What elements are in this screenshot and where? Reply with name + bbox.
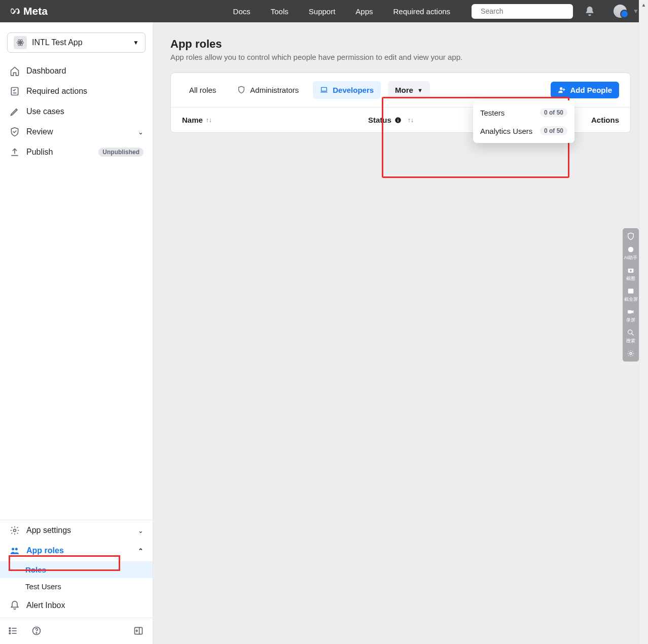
app-name: INTL Test App: [32, 38, 128, 47]
gear-icon: [9, 525, 20, 536]
dropdown-item-label: Analytics Users: [480, 127, 532, 135]
list-icon[interactable]: [8, 626, 19, 637]
float-tool-shield[interactable]: [627, 232, 635, 240]
search-box[interactable]: [472, 4, 573, 19]
dropdown-item-badge: 0 of 50: [540, 126, 567, 135]
info-icon: i: [394, 117, 402, 124]
float-tool-search[interactable]: 搜索: [626, 329, 635, 344]
sidebar-item-app-roles[interactable]: App roles ⌃: [0, 541, 153, 561]
sidebar-item-publish[interactable]: Publish Unpublished: [0, 142, 153, 162]
sidebar-item-use-cases[interactable]: Use cases: [0, 101, 153, 122]
pencil-icon: [9, 106, 20, 117]
svg-point-21: [628, 247, 634, 253]
roles-tab-row: All roles Administrators Developers More…: [171, 73, 630, 108]
account-caret-icon[interactable]: ▼: [633, 8, 639, 15]
sidebar-sub-roles[interactable]: Roles: [0, 561, 153, 578]
nav-support[interactable]: Support: [299, 2, 346, 21]
nav-apps[interactable]: Apps: [345, 2, 383, 21]
svg-point-7: [14, 529, 16, 532]
float-tool-fullscreen[interactable]: 截全屏: [624, 287, 638, 303]
col-status: Status: [368, 116, 391, 124]
shield-check-icon: [9, 126, 20, 137]
svg-point-9: [9, 630, 11, 631]
sort-icon[interactable]: ↑↓: [408, 117, 414, 124]
nav-docs[interactable]: Docs: [223, 2, 261, 21]
sidebar-sub-app-roles: Roles Test Users: [0, 561, 153, 595]
floating-toolbar: AI助手 截图 截全屏 录屏 搜索: [623, 228, 639, 362]
svg-point-15: [36, 632, 37, 633]
more-dropdown: Testers 0 of 50 Analytics Users 0 of 50: [473, 100, 574, 143]
col-name[interactable]: Name: [182, 116, 203, 124]
meta-icon: [9, 6, 20, 17]
scroll-up-icon[interactable]: ▲: [639, 0, 648, 9]
sidebar-item-label: App roles: [26, 546, 64, 555]
nav-tools[interactable]: Tools: [261, 2, 299, 21]
search-input[interactable]: [481, 7, 569, 15]
home-icon: [9, 65, 20, 77]
avatar[interactable]: [614, 5, 627, 18]
sidebar-item-label: Required actions: [26, 87, 87, 96]
sidebar-top-list: Dashboard Required actions Use cases Rev…: [0, 60, 153, 163]
chevron-down-icon: ⌄: [138, 527, 143, 534]
chevron-down-icon: ▼: [417, 87, 423, 93]
svg-point-10: [9, 632, 11, 634]
tab-label: More: [395, 86, 413, 94]
float-tool-record[interactable]: 录屏: [626, 308, 635, 324]
sidebar: INTL Test App ▼ Dashboard Required actio…: [0, 22, 153, 644]
shield-icon: [237, 86, 246, 94]
chevron-down-icon: ⌄: [138, 128, 143, 136]
float-tool-settings[interactable]: [627, 349, 635, 357]
sidebar-item-dashboard[interactable]: Dashboard: [0, 61, 153, 81]
col-status-wrap[interactable]: Status i ↑↓: [368, 116, 414, 124]
help-icon[interactable]: [31, 626, 43, 637]
dropdown-item-testers[interactable]: Testers 0 of 50: [473, 103, 574, 122]
sidebar-item-label: Publish: [26, 148, 53, 157]
sidebar-item-label: Dashboard: [26, 66, 66, 76]
svg-rect-24: [628, 289, 634, 293]
roles-card: All roles Administrators Developers More…: [170, 73, 631, 133]
sidebar-footer: [0, 618, 153, 644]
sidebar-item-app-settings[interactable]: App settings ⌄: [0, 520, 153, 541]
dropdown-item-analytics-users[interactable]: Analytics Users 0 of 50: [473, 122, 574, 140]
checklist-icon: [9, 86, 20, 97]
svg-line-27: [632, 334, 633, 335]
sort-icon[interactable]: ↑↓: [206, 117, 212, 124]
main-content: App roles App roles allow you to control…: [153, 22, 648, 644]
bell-icon[interactable]: [584, 6, 595, 17]
scrollbar[interactable]: ▲: [639, 0, 648, 644]
svg-point-2: [19, 42, 21, 44]
nav-links: Docs Tools Support Apps Required actions…: [223, 2, 639, 21]
tab-all-roles[interactable]: All roles: [182, 81, 223, 99]
float-tool-ai[interactable]: AI助手: [624, 245, 638, 261]
float-tool-screenshot[interactable]: 截图: [626, 266, 635, 282]
page-title: App roles: [170, 38, 631, 51]
sidebar-sub-test-users[interactable]: Test Users: [0, 578, 153, 595]
page-description: App roles allow you to control which peo…: [170, 53, 631, 61]
brand-name: Meta: [23, 5, 48, 17]
chevron-down-icon: ▼: [133, 39, 139, 46]
top-nav: Meta Docs Tools Support Apps Required ac…: [0, 0, 648, 22]
sidebar-item-label: Alert Inbox: [26, 601, 65, 610]
sidebar-item-required-actions[interactable]: Required actions: [0, 81, 153, 101]
brand-logo[interactable]: Meta: [9, 5, 48, 17]
collapse-icon[interactable]: [133, 626, 145, 637]
chevron-up-icon: ⌃: [138, 547, 143, 555]
tab-administrators[interactable]: Administrators: [230, 81, 306, 99]
add-people-button[interactable]: Add People: [551, 82, 619, 98]
sidebar-item-alert-inbox[interactable]: Alert Inbox: [0, 595, 153, 616]
laptop-icon: [320, 86, 329, 94]
svg-point-28: [630, 352, 632, 354]
bell-outline-icon: [9, 600, 20, 611]
app-selector[interactable]: INTL Test App ▼: [7, 32, 146, 53]
upload-icon: [9, 147, 20, 158]
nav-required-actions[interactable]: Required actions: [383, 2, 461, 21]
app-icon: [14, 36, 27, 49]
sidebar-bottom-list: App settings ⌄ App roles ⌃ Roles Test Us…: [0, 520, 153, 618]
sidebar-item-label: App settings: [26, 526, 71, 535]
svg-rect-25: [628, 310, 632, 314]
sidebar-item-label: Use cases: [26, 107, 64, 116]
tab-more[interactable]: More ▼: [388, 81, 430, 99]
sidebar-item-review[interactable]: Review ⌄: [0, 122, 153, 142]
svg-point-8: [9, 627, 11, 629]
tab-developers[interactable]: Developers: [313, 81, 381, 99]
